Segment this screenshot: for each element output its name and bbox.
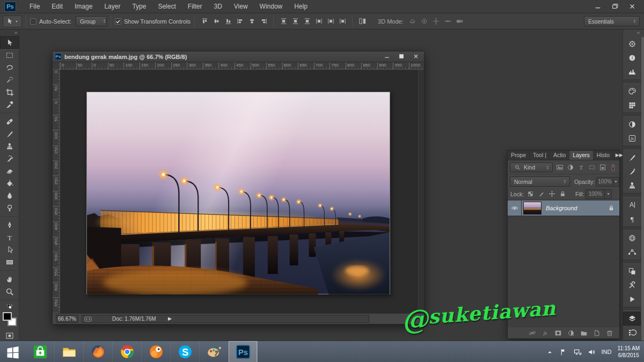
brush-tool[interactable] [0, 128, 19, 140]
show-transform-checkbox[interactable] [115, 18, 121, 25]
menu-item-file[interactable]: File [24, 0, 46, 13]
eyedropper-tool[interactable] [0, 98, 19, 110]
document-titlebar[interactable]: Ps bendung gerak malam.jpg @ 66.7% (RGB/… [53, 51, 424, 62]
dock-paths-icon[interactable] [623, 245, 641, 259]
type-filter-icon[interactable]: T [576, 162, 587, 172]
menu-item-type[interactable]: Type [126, 0, 152, 13]
menu-item-filter[interactable]: Filter [182, 0, 208, 13]
current-tool-badge[interactable] [3, 16, 22, 27]
dock-swatches-icon[interactable] [623, 98, 641, 112]
close-icon[interactable] [624, 0, 641, 13]
tab-layers[interactable]: Layers [569, 151, 594, 160]
dock-histogram-icon[interactable] [623, 65, 641, 79]
dock-clone-source-icon[interactable] [623, 179, 641, 193]
language-indicator[interactable]: IND [602, 349, 612, 355]
history-brush-tool[interactable] [0, 152, 19, 165]
eraser-tool[interactable] [0, 165, 19, 177]
dist-vcenter-button[interactable] [289, 17, 301, 26]
3d-roll-button[interactable] [419, 17, 430, 26]
auto-align-button[interactable] [356, 17, 368, 26]
menu-item-select[interactable]: Select [152, 0, 181, 13]
dock-styles-icon[interactable]: fx [623, 131, 641, 145]
align-right-button[interactable] [258, 17, 269, 26]
lasso-tool[interactable] [0, 61, 19, 73]
healing-brush-tool[interactable] [0, 115, 19, 128]
taskbar-photoshop[interactable]: Ps [229, 341, 258, 362]
hand-tool[interactable] [0, 273, 19, 285]
dock-adjustments-icon[interactable] [623, 117, 641, 131]
collapse-tools-icon[interactable]: » [0, 29, 19, 36]
taskbar-chrome[interactable] [113, 341, 142, 362]
dock-navigator-icon[interactable] [623, 37, 641, 51]
taskbar-firefox[interactable] [84, 341, 113, 362]
lock-pixels-icon[interactable] [536, 189, 546, 199]
pixel-filter-icon[interactable] [554, 162, 565, 172]
doc-close-icon[interactable] [408, 51, 423, 61]
blend-mode-select[interactable]: Normal [510, 176, 570, 187]
blur-tool[interactable] [0, 189, 19, 202]
doc-minimize-icon[interactable] [379, 51, 394, 61]
dock-layers-icon[interactable] [623, 312, 641, 326]
clone-stamp-tool[interactable] [0, 140, 19, 152]
marquee-tool[interactable] [0, 49, 19, 61]
3d-camera-button[interactable] [454, 17, 466, 26]
fill-value[interactable]: 100% [586, 189, 605, 199]
zoom-tool[interactable] [0, 285, 19, 298]
clock[interactable]: 11:15 AM 6/8/2015 [617, 345, 640, 359]
kind-filter-select[interactable]: Kind [510, 162, 553, 172]
dock-history-icon[interactable] [623, 326, 641, 339]
smart-object-filter-icon[interactable] [597, 162, 608, 172]
photo-bendung-gerak-malam[interactable] [86, 92, 390, 294]
taskbar-store[interactable] [26, 341, 55, 362]
lock-all-icon[interactable] [557, 189, 568, 199]
swap-colors-icon[interactable] [0, 302, 19, 311]
taskbar-skype[interactable]: S [171, 341, 200, 362]
layer-style-fx-icon[interactable]: fx [540, 328, 551, 338]
new-adjustment-icon[interactable] [566, 328, 576, 338]
layer-visibility-toggle[interactable] [508, 201, 522, 216]
dist-top-button[interactable] [277, 17, 289, 26]
expand-dock-icon[interactable]: « [623, 29, 644, 36]
zoom-level-field[interactable]: 66.67% [56, 315, 78, 323]
color-swatches[interactable] [0, 311, 19, 329]
new-layer-icon[interactable] [591, 328, 602, 338]
3d-orbit-button[interactable] [407, 17, 419, 26]
doc-maximize-icon[interactable] [394, 51, 408, 61]
move-tool[interactable] [0, 36, 19, 49]
dock-kuler-icon[interactable] [623, 231, 641, 245]
filter-toggle-switch[interactable] [609, 164, 617, 172]
tab-tool[interactable]: Tool | [530, 151, 550, 160]
lock-transparency-icon[interactable] [525, 189, 536, 199]
restore-icon[interactable] [606, 0, 624, 13]
dist-right-button[interactable] [336, 17, 348, 26]
auto-select-checkbox[interactable] [30, 18, 36, 25]
add-mask-icon[interactable] [553, 328, 564, 338]
3d-pan-button[interactable] [430, 17, 442, 26]
vertical-scrollbar[interactable] [418, 70, 424, 313]
dock-color-icon[interactable] [623, 84, 641, 98]
tab-histo[interactable]: Histo [594, 151, 613, 160]
taskbar-gom-player[interactable] [142, 341, 171, 362]
align-bottom-button[interactable] [222, 17, 234, 26]
quick-mask-button[interactable] [0, 329, 19, 342]
dock-brush-presets-icon[interactable] [623, 165, 641, 179]
network-icon[interactable] [574, 348, 582, 356]
taskbar-explorer[interactable] [55, 341, 84, 362]
tray-up-icon[interactable] [546, 348, 554, 356]
menu-item-view[interactable]: View [228, 0, 254, 13]
3d-slide-button[interactable] [442, 17, 454, 26]
layer-row-background[interactable]: Background [508, 201, 619, 216]
fill-dropdown-icon[interactable] [605, 189, 612, 199]
new-group-icon[interactable] [579, 328, 589, 338]
align-left-button[interactable] [234, 17, 246, 26]
dodge-tool[interactable] [0, 202, 19, 214]
magic-wand-tool[interactable] [0, 73, 19, 86]
align-vcenter-button[interactable] [210, 17, 222, 26]
dock-layer-comps-icon[interactable] [623, 264, 641, 278]
minimize-icon[interactable] [589, 0, 606, 13]
dock-info-icon[interactable]: i [623, 51, 641, 65]
adjustment-filter-icon[interactable] [565, 162, 576, 172]
path-selection-tool[interactable] [0, 243, 19, 256]
dock-brush-icon[interactable] [623, 151, 641, 165]
tab-prope[interactable]: Prope [508, 151, 530, 160]
